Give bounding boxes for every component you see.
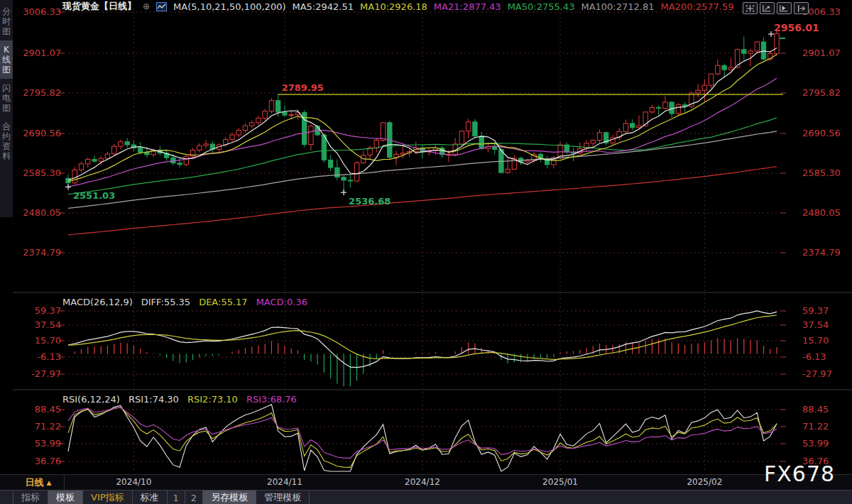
chart-application: 分 时 图K 线 图闪 电 图合 约 资 料 现货黄金【日线】 ⊕ MA(5,1… xyxy=(0,0,852,504)
rsi-axis-label-right: 71.22 xyxy=(802,421,829,432)
rsi-segment-3: RSI3:68.76 xyxy=(246,394,297,404)
chart-canvas[interactable] xyxy=(0,0,852,504)
toolbar-tab-4[interactable]: 1 xyxy=(168,491,185,504)
sidebar-item-2[interactable]: 闪 电 图 xyxy=(0,79,13,117)
ma-value-1: MA5:2942.51 xyxy=(293,1,354,12)
price-axis-label-left: 3006.33 xyxy=(20,6,61,17)
shift-right-icon[interactable] xyxy=(794,2,809,14)
macd-segment-0: MACD(26,12,9) xyxy=(62,297,133,307)
period-label: 日线 xyxy=(26,476,44,489)
toolbar-tab-5[interactable]: 2 xyxy=(185,491,203,504)
macd-axis-label-right: 15.70 xyxy=(802,335,829,346)
period-arrow-icon: ▲ xyxy=(47,479,52,486)
ma-settings-icon[interactable] xyxy=(156,2,167,11)
price-axis-label-left: 2690.56 xyxy=(20,128,61,138)
rsi-axis-label-right: 53.99 xyxy=(802,438,829,449)
rsi-header: RSI(6,12,24)RSI1:74.30RSI2:73.10RSI3:68.… xyxy=(62,394,297,404)
x-axis-label: 2024/11 xyxy=(267,477,302,487)
price-axis-label-right: 2901.07 xyxy=(802,48,841,58)
rsi-segment-1: RSI1:74.30 xyxy=(129,394,179,404)
watermark: FX678 xyxy=(764,461,835,486)
chart-header: 现货黄金【日线】 ⊕ MA(5,10,21,50,100,200)MA5:294… xyxy=(62,1,734,12)
price-axis-label-right: 2480.05 xyxy=(802,207,841,218)
sidebar-item-0[interactable]: 分 时 图 xyxy=(0,2,13,40)
low-price-annotation: 2536.68 xyxy=(349,196,390,207)
macd-segment-1: DIFF:55.35 xyxy=(141,297,190,307)
axis-play-icon[interactable] xyxy=(777,2,792,14)
toolbar-tab-3[interactable]: 标准 xyxy=(133,491,168,504)
price-axis-label-right: 2374.79 xyxy=(802,247,841,258)
rsi-axis-label-right: 88.45 xyxy=(802,404,829,415)
price-axis-label-left: 2480.05 xyxy=(20,207,61,218)
rsi-axis-label-left: 53.99 xyxy=(20,438,61,449)
rsi-axis-label-left: 71.22 xyxy=(20,421,61,432)
toolbar-tab-2[interactable]: VIP指标 xyxy=(83,491,133,504)
macd-axis-label-left: -6.13 xyxy=(20,351,61,362)
macd-axis-label-left: 37.54 xyxy=(20,319,61,330)
price-axis-label-left: 2795.82 xyxy=(20,87,61,98)
ma-value-6: MA200:2577.59 xyxy=(660,1,733,12)
last-price-label: 2956.01 xyxy=(774,22,819,33)
chart-type-sidebar: 分 时 图K 线 图闪 电 图合 约 资 料 xyxy=(0,0,13,217)
macd-axis-label-left: 59.37 xyxy=(20,305,61,316)
chart-toolbar-icons xyxy=(743,2,809,14)
ma-value-4: MA50:2755.43 xyxy=(508,1,575,12)
macd-segment-3: MACD:0.36 xyxy=(256,297,307,307)
toolbar-tab-7[interactable]: 管理模板 xyxy=(256,491,310,504)
toolbar-tab-1[interactable]: 模板 xyxy=(48,491,83,504)
price-axis-label-right: 2585.30 xyxy=(802,168,841,178)
chart-title: 现货黄金【日线】 xyxy=(62,0,136,13)
rsi-segment-2: RSI2:73.10 xyxy=(187,394,238,404)
price-axis-label-left: 2585.30 xyxy=(20,168,61,178)
expand-icon[interactable]: ⊕ xyxy=(143,1,150,11)
peak-price-annotation: 2789.95 xyxy=(282,82,324,93)
pan-icon[interactable] xyxy=(743,2,758,14)
rsi-segment-0: RSI(6,12,24) xyxy=(62,394,120,404)
macd-segment-2: DEA:55.17 xyxy=(199,297,248,307)
ma-value-3: MA21:2877.43 xyxy=(434,1,501,12)
macd-axis-label-right: -27.97 xyxy=(802,368,832,379)
axis-zoom-icon[interactable] xyxy=(760,2,775,14)
rsi-axis-label-left: 88.45 xyxy=(20,404,61,415)
macd-header: MACD(26,12,9)DIFF:55.35DEA:55.17MACD:0.3… xyxy=(62,297,307,307)
bottom-toolbar: 指标模板VIP指标标准12另存模板管理模板 xyxy=(0,490,852,504)
price-axis-label-left: 2374.79 xyxy=(20,247,61,258)
x-axis-label: 2025/02 xyxy=(687,477,722,487)
period-selector[interactable]: 日线 ▲ xyxy=(13,475,65,490)
first-low-annotation: 2551.03 xyxy=(73,190,115,201)
sidebar-item-3[interactable]: 合 约 资 料 xyxy=(0,117,13,165)
x-axis-label: 2025/01 xyxy=(542,477,578,487)
macd-axis-label-right: 37.54 xyxy=(802,319,829,330)
macd-axis-label-left: 15.70 xyxy=(20,335,61,346)
macd-axis-label-left: -27.97 xyxy=(20,368,61,379)
sidebar-item-1[interactable]: K 线 图 xyxy=(0,40,13,79)
price-axis-label-right: 2690.56 xyxy=(802,128,841,138)
rsi-axis-label-left: 36.76 xyxy=(20,456,61,466)
x-axis-label: 2024/10 xyxy=(116,477,151,487)
ma-value-2: MA10:2926.18 xyxy=(360,1,427,12)
macd-axis-label-right: -6.13 xyxy=(802,351,826,362)
toolbar-tab-6[interactable]: 另存模板 xyxy=(203,491,256,504)
ma-value-5: MA100:2712.81 xyxy=(581,1,654,12)
macd-axis-label-right: 59.37 xyxy=(802,305,829,316)
price-axis-label-left: 2901.07 xyxy=(20,48,61,58)
ma-group-label: MA(5,10,21,50,100,200) xyxy=(173,1,285,12)
toolbar-tab-0[interactable]: 指标 xyxy=(13,491,48,504)
x-axis-label: 2024/12 xyxy=(405,477,440,487)
price-axis-label-right: 2795.82 xyxy=(802,87,841,98)
